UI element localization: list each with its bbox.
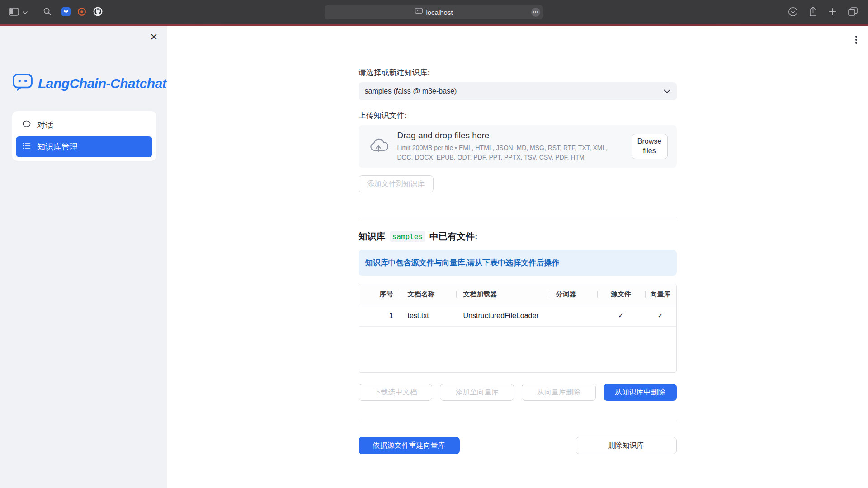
pinned-tab-target-icon xyxy=(77,7,86,18)
kb-name-code: samples xyxy=(390,231,425,242)
pinned-tab-3[interactable] xyxy=(93,7,103,18)
files-heading: 知识库 samples 中已有文件: xyxy=(359,230,677,243)
address-bar[interactable]: localhost ••• xyxy=(325,5,543,19)
file-action-buttons: 下载选中文档 添加至向量库 从向量库删除 从知识库中删除 xyxy=(359,384,677,401)
dropzone-title: Drag and drop files here xyxy=(397,131,623,141)
sidebar-item-label: 对话 xyxy=(37,120,53,131)
kb-select-label: 请选择或新建知识库: xyxy=(359,67,677,78)
sidebar-menu-chevron[interactable] xyxy=(23,9,28,16)
cell-loader: UnstructuredFileLoader xyxy=(456,305,549,326)
col-header-doc-name: 文档名称 xyxy=(401,284,456,305)
cell-tokenizer xyxy=(549,305,597,326)
site-favicon-icon xyxy=(415,8,423,17)
info-banner: 知识库中包含源文件与向量库,请从下表中选择文件后操作 xyxy=(359,250,677,276)
page: ✕ LangChain-Chatchat 对话 知识库管理 xyxy=(0,26,868,488)
pinned-tab-bluesky-icon xyxy=(61,7,71,18)
table-header-row: 序号 文档名称 文档加载器 分词器 源文件 向量库 xyxy=(359,284,676,305)
search-icon xyxy=(43,7,52,17)
col-header-vector-store: 向量库 xyxy=(645,284,676,305)
new-tab-icon xyxy=(828,7,837,17)
share-button[interactable] xyxy=(809,6,817,18)
chat-bubble-icon xyxy=(22,120,31,131)
kb-selectbox[interactable]: samples (faiss @ m3e-base) xyxy=(359,82,677,100)
browse-files-button[interactable]: Browse files xyxy=(632,134,668,159)
dropzone-text: Drag and drop files here Limit 200MB per… xyxy=(397,131,623,162)
kb-select-value: samples (faiss @ m3e-base) xyxy=(365,87,457,95)
more-menu-icon[interactable] xyxy=(853,33,860,47)
sidebar-item-kb-management[interactable]: 知识库管理 xyxy=(16,136,152,157)
toolbar-right-group xyxy=(788,0,858,24)
share-icon xyxy=(809,6,817,18)
download-selected-button[interactable]: 下载选中文档 xyxy=(359,384,433,401)
sidebar-item-label: 知识库管理 xyxy=(37,141,78,152)
sidebar-toggle-icon xyxy=(9,8,19,17)
sidebar-toggle-button[interactable] xyxy=(9,8,19,17)
new-tab-button[interactable] xyxy=(828,7,837,17)
pinned-tab-1[interactable] xyxy=(61,7,71,18)
toolbar-left-group xyxy=(9,0,103,24)
cell-doc-name: test.txt xyxy=(401,305,456,326)
logo-chat-icon xyxy=(12,73,33,94)
add-files-button[interactable]: 添加文件到知识库 xyxy=(359,175,434,192)
downloads-button[interactable] xyxy=(788,7,798,18)
sidebar: ✕ LangChain-Chatchat 对话 知识库管理 xyxy=(0,26,167,488)
chevron-down-icon xyxy=(23,9,28,16)
downloads-icon xyxy=(788,7,798,18)
tab-overview-icon xyxy=(848,7,858,18)
pinned-tab-github-icon xyxy=(93,7,103,18)
add-to-vector-store-button[interactable]: 添加至向量库 xyxy=(440,384,514,401)
chevron-down-icon xyxy=(664,87,670,95)
pinned-tab-2[interactable] xyxy=(77,7,86,18)
extensions-ellipsis-icon[interactable]: ••• xyxy=(531,8,540,17)
delete-from-vector-store-button[interactable]: 从向量库删除 xyxy=(522,384,596,401)
logo-text: LangChain-Chatchat xyxy=(38,76,166,91)
upload-section-label: 上传知识文件: xyxy=(359,110,677,121)
cloud-upload-icon xyxy=(368,137,388,155)
col-header-tokenizer: 分词器 xyxy=(549,284,597,305)
col-header-index: 序号 xyxy=(359,284,401,305)
rebuild-vector-store-button[interactable]: 依据源文件重建向量库 xyxy=(359,437,460,454)
app-logo: LangChain-Chatchat xyxy=(12,73,156,94)
content-column: 请选择或新建知识库: samples (faiss @ m3e-base) 上传… xyxy=(359,26,677,454)
sidebar-item-dialogue[interactable]: 对话 xyxy=(16,115,152,136)
delete-kb-button[interactable]: 删除知识库 xyxy=(576,437,677,454)
upload-dropzone[interactable]: Drag and drop files here Limit 200MB per… xyxy=(359,125,677,168)
main-content: 请选择或新建知识库: samples (faiss @ m3e-base) 上传… xyxy=(167,26,868,488)
tab-overview-button[interactable] xyxy=(848,7,858,18)
divider xyxy=(359,217,677,217)
address-url: localhost xyxy=(426,9,453,16)
delete-from-kb-button[interactable]: 从知识库中删除 xyxy=(604,384,677,401)
sidebar-menu: 对话 知识库管理 xyxy=(12,111,156,161)
cell-vector-store-check: ✓ xyxy=(645,305,676,326)
divider xyxy=(359,421,677,421)
dropzone-limit-text: Limit 200MB per file • EML, HTML, JSON, … xyxy=(397,143,623,162)
browser-toolbar: localhost ••• xyxy=(0,0,868,24)
col-header-source-file: 源文件 xyxy=(597,284,645,305)
table-row[interactable]: 1 test.txt UnstructuredFileLoader ✓ ✓ xyxy=(359,305,676,327)
list-icon xyxy=(22,141,31,153)
files-heading-prefix: 知识库 xyxy=(359,230,386,243)
files-table: 序号 文档名称 文档加载器 分词器 源文件 向量库 1 test.txt Uns… xyxy=(359,284,677,373)
kb-bottom-buttons: 依据源文件重建向量库 删除知识库 xyxy=(359,437,677,454)
cell-index: 1 xyxy=(359,305,401,326)
col-header-loader: 文档加载器 xyxy=(456,284,549,305)
sidebar-close-button[interactable]: ✕ xyxy=(150,32,158,42)
search-button[interactable] xyxy=(43,7,52,17)
cell-source-file-check: ✓ xyxy=(597,305,645,326)
files-heading-suffix: 中已有文件: xyxy=(429,230,478,243)
